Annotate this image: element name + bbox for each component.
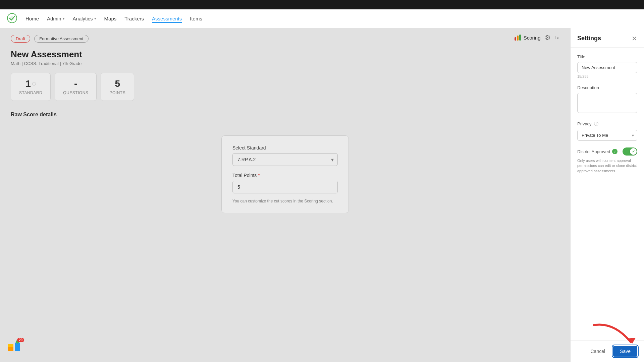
- raw-score-section-title: Raw Score details: [11, 112, 559, 122]
- privacy-field-label: Privacy ⓘ: [577, 121, 637, 127]
- bottom-avatar: 29: [7, 339, 23, 355]
- nav-items[interactable]: Items: [190, 14, 202, 23]
- scoring-button[interactable]: Scoring: [515, 35, 541, 41]
- nav-analytics[interactable]: Analytics ▾: [73, 14, 96, 23]
- nav-home[interactable]: Home: [25, 14, 39, 23]
- formative-badge: Formative Assessment: [34, 35, 89, 43]
- title-char-count: 15/255: [577, 74, 637, 78]
- layout-label: La: [555, 35, 559, 40]
- cancel-button[interactable]: Cancel: [586, 346, 609, 357]
- district-approved-toggle[interactable]: ✓: [623, 147, 637, 156]
- settings-footer: Cancel Save: [571, 340, 644, 362]
- district-check-icon: ✓: [612, 149, 618, 154]
- assessment-meta: Math | CCSS: Traditional | 7th Grade: [11, 61, 559, 66]
- district-approved-label: District Approved ✓: [577, 149, 618, 154]
- score-card: Select Standard 7.RP.A.2 ▾ Total Points …: [221, 135, 349, 213]
- toggle-check-icon: ✓: [632, 149, 635, 154]
- scoring-hint: You can customize the cut scores in the …: [232, 199, 338, 203]
- draft-badge: Draft: [11, 35, 30, 43]
- settings-body: Title 15/255 Description Privacy ⓘ Priva…: [571, 48, 644, 340]
- title-field-label: Title: [577, 54, 637, 59]
- nav-maps[interactable]: Maps: [104, 14, 117, 23]
- svg-rect-4: [8, 344, 13, 347]
- privacy-info-icon: ⓘ: [594, 121, 598, 126]
- nav-bar: Home Admin ▾ Analytics ▾ Maps Trackers A…: [0, 9, 644, 28]
- stats-row: 1 ⓘ STANDARD - QUESTIONS 5 POINTS: [11, 73, 559, 101]
- settings-title-field: Title 15/255: [577, 54, 637, 78]
- title-input[interactable]: [577, 62, 637, 73]
- main-layout: Scoring ⚙ La Draft Formative Assessment …: [0, 28, 644, 362]
- privacy-select[interactable]: Private To Me Public District: [577, 130, 637, 141]
- close-button[interactable]: ✕: [632, 35, 637, 42]
- privacy-select-wrapper[interactable]: Private To Me Public District ▾: [577, 130, 637, 141]
- stat-points: 5 POINTS: [101, 73, 134, 101]
- description-field-label: Description: [577, 85, 637, 90]
- content-area: Scoring ⚙ La Draft Formative Assessment …: [0, 28, 570, 362]
- required-indicator: *: [258, 173, 260, 178]
- save-button[interactable]: Save: [613, 346, 637, 357]
- svg-point-1: [10, 16, 14, 20]
- assessment-title: New Assessment: [11, 49, 559, 60]
- badges-row: Draft Formative Assessment: [11, 35, 559, 43]
- stat-questions: - QUESTIONS: [55, 73, 97, 101]
- standard-select[interactable]: 7.RP.A.2: [232, 153, 338, 166]
- gear-button[interactable]: ⚙: [545, 34, 551, 42]
- standard-select-wrapper[interactable]: 7.RP.A.2 ▾: [232, 153, 338, 166]
- nav-admin[interactable]: Admin ▾: [47, 14, 65, 23]
- settings-title: Settings: [577, 35, 601, 42]
- stat-standard: 1 ⓘ STANDARD: [11, 73, 51, 101]
- total-points-input[interactable]: [232, 181, 338, 193]
- nav-trackers[interactable]: Trackers: [124, 14, 144, 23]
- svg-rect-5: [15, 343, 20, 351]
- settings-district-field: District Approved ✓ ✓ Only users with co…: [577, 147, 637, 174]
- toggle-knob: ✓: [630, 148, 637, 155]
- admin-chevron-icon: ▾: [63, 16, 65, 21]
- description-textarea[interactable]: [577, 93, 637, 113]
- avatar-badge: 29: [17, 338, 24, 342]
- svg-rect-3: [8, 347, 13, 351]
- scoring-icon: [515, 35, 521, 41]
- nav-assessments[interactable]: Assessments: [152, 14, 182, 23]
- district-approved-row: District Approved ✓ ✓: [577, 147, 637, 156]
- top-bar: [0, 0, 644, 9]
- settings-description-field: Description: [577, 85, 637, 114]
- avatar-icon: 29: [7, 339, 23, 355]
- nav-logo: [7, 13, 17, 25]
- settings-privacy-field: Privacy ⓘ Private To Me Public District …: [577, 121, 637, 141]
- district-hint-text: Only users with content approval permiss…: [577, 158, 637, 174]
- settings-panel: Settings ✕ Title 15/255 Description Priv…: [570, 28, 644, 362]
- total-points-label: Total Points *: [232, 173, 338, 178]
- select-standard-label: Select Standard: [232, 145, 338, 150]
- settings-header: Settings ✕: [571, 28, 644, 48]
- analytics-chevron-icon: ▾: [94, 16, 96, 21]
